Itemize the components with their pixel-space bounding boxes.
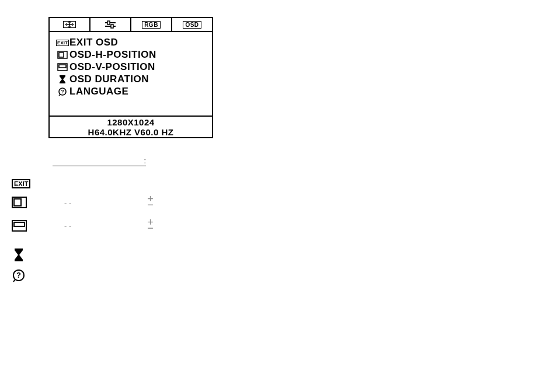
exit-icon: EXIT xyxy=(55,40,69,46)
svg-rect-7 xyxy=(59,52,64,57)
legend-row-language: ? xyxy=(12,270,29,282)
legend-header: placeholder: xyxy=(53,156,146,166)
hourglass-icon xyxy=(55,75,69,84)
menu-label-vpos: OSD-V-POSITION xyxy=(69,61,155,73)
svg-rect-3 xyxy=(107,21,110,24)
position-icon xyxy=(63,21,76,28)
svg-rect-14 xyxy=(14,222,25,226)
svg-rect-9 xyxy=(59,65,66,68)
menu-item-hpos[interactable]: OSD-H-POSITION xyxy=(55,49,206,61)
sync-text: H64.0KHZ V60.0 HZ xyxy=(50,128,212,138)
osd-tab-position[interactable] xyxy=(50,18,90,31)
menu-label-exit: EXIT OSD xyxy=(69,37,118,48)
hourglass-icon xyxy=(13,248,30,262)
svg-rect-5 xyxy=(111,24,113,28)
legend-row-exit: EXIT xyxy=(12,179,29,188)
rgb-icon: RGB xyxy=(142,21,161,29)
osd-window: RGB OSD EXIT EXIT OSD OSD-H-POSITION xyxy=(48,17,213,138)
svg-rect-12 xyxy=(14,199,21,206)
language-icon: ? xyxy=(12,270,29,282)
osd-menu: EXIT EXIT OSD OSD-H-POSITION OSD-V-POSIT… xyxy=(50,32,212,116)
dash-text: - - xyxy=(64,198,71,207)
legend-row-duration xyxy=(13,248,30,262)
adjust-icon xyxy=(104,20,117,29)
language-icon: ? xyxy=(55,88,69,96)
menu-item-duration[interactable]: OSD DURATION xyxy=(55,74,206,85)
svg-text:?: ? xyxy=(61,89,64,94)
menu-label-language: LANGUAGE xyxy=(69,86,128,97)
vpos-icon xyxy=(12,220,29,232)
plus-minus-icon: +− xyxy=(147,220,154,232)
svg-text:?: ? xyxy=(16,271,21,279)
osd-tab-osd[interactable]: OSD xyxy=(172,18,212,31)
hpos-icon xyxy=(12,197,29,208)
menu-item-vpos[interactable]: OSD-V-POSITION xyxy=(55,61,206,73)
vpos-icon xyxy=(55,63,69,71)
osd-tab-row: RGB OSD xyxy=(50,18,212,32)
exit-icon: EXIT xyxy=(12,179,29,188)
osd-info: 1280X1024 H64.0KHZ V60.0 HZ xyxy=(50,116,212,137)
resolution-text: 1280X1024 xyxy=(50,118,212,128)
hpos-icon xyxy=(55,51,69,59)
menu-item-language[interactable]: ? LANGUAGE xyxy=(55,86,206,97)
menu-item-exit[interactable]: EXIT EXIT OSD xyxy=(55,37,206,48)
osd-tab-rgb[interactable]: RGB xyxy=(131,18,172,31)
menu-label-hpos: OSD-H-POSITION xyxy=(69,49,156,61)
menu-label-duration: OSD DURATION xyxy=(69,74,149,85)
legend-row-vpos: - - +− xyxy=(12,220,154,232)
plus-minus-icon: +− xyxy=(147,197,154,208)
osd-icon: OSD xyxy=(183,21,201,29)
dash-text: - - xyxy=(64,222,71,230)
osd-tab-adjust[interactable] xyxy=(90,18,131,31)
legend-row-hpos: - - +− xyxy=(12,197,154,208)
